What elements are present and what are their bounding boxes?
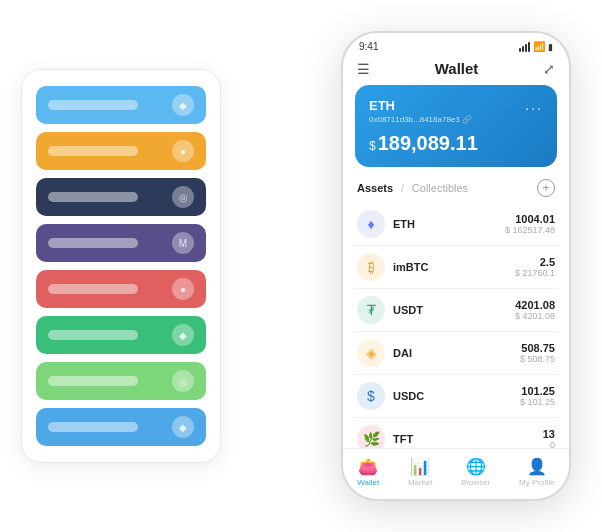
tab-assets[interactable]: Assets (357, 182, 393, 194)
wallet-icon: 👛 (358, 457, 378, 476)
asset-amount-main: 508.75 (520, 342, 555, 354)
asset-icon: $ (357, 382, 385, 410)
asset-row[interactable]: 🌿TFT130 (353, 418, 559, 448)
asset-amount-main: 101.25 (520, 385, 555, 397)
eth-address: 0x08711d3b...8418a78e3 🔗 (369, 115, 543, 124)
asset-amounts: 4201.08$ 4201.08 (515, 299, 555, 321)
asset-icon: 🌿 (357, 425, 385, 448)
asset-row[interactable]: ◈DAI508.75$ 508.75 (353, 332, 559, 375)
asset-amount-usd: $ 508.75 (520, 354, 555, 364)
eth-more-button[interactable]: ... (525, 97, 543, 113)
wallet-label: Wallet (357, 478, 379, 487)
scene: ◆●◎M●◆◎◆ 9:41 📶 ▮ ☰ Wallet ⤢ (21, 16, 581, 516)
browser-icon: 🌐 (466, 457, 486, 476)
asset-amount-main: 1004.01 (505, 213, 555, 225)
asset-icon: ₿ (357, 253, 385, 281)
nav-item-browser[interactable]: 🌐Browser (461, 457, 490, 487)
expand-icon[interactable]: ⤢ (543, 61, 555, 77)
battery-icon: ▮ (548, 42, 553, 52)
asset-icon: ◈ (357, 339, 385, 367)
asset-list: ♦ETH1004.01$ 162517.48₿imBTC2.5$ 21760.1… (343, 203, 569, 448)
eth-card-top: ETH ... (369, 97, 543, 113)
card-item[interactable]: ◆ (36, 86, 206, 124)
asset-icon: ₮ (357, 296, 385, 324)
asset-amount-main: 2.5 (515, 256, 555, 268)
asset-amounts: 101.25$ 101.25 (520, 385, 555, 407)
asset-row[interactable]: ₿imBTC2.5$ 21760.1 (353, 246, 559, 289)
status-icons: 📶 ▮ (519, 41, 553, 52)
asset-amounts: 130 (543, 428, 555, 448)
page-title: Wallet (435, 60, 479, 77)
card-stack: ◆●◎M●◆◎◆ (21, 69, 221, 463)
card-item[interactable]: ● (36, 132, 206, 170)
asset-amounts: 2.5$ 21760.1 (515, 256, 555, 278)
assets-tabs: Assets / Collectibles (357, 182, 468, 194)
eth-balance: $189,089.11 (369, 132, 543, 155)
asset-amount-usd: $ 4201.08 (515, 311, 555, 321)
asset-amount-main: 13 (543, 428, 555, 440)
asset-name: TFT (393, 433, 535, 445)
asset-amounts: 508.75$ 508.75 (520, 342, 555, 364)
market-label: Market (408, 478, 432, 487)
assets-header: Assets / Collectibles + (343, 175, 569, 203)
asset-amount-usd: $ 21760.1 (515, 268, 555, 278)
asset-name: imBTC (393, 261, 507, 273)
card-item[interactable]: ◆ (36, 408, 206, 446)
asset-name: DAI (393, 347, 512, 359)
asset-row[interactable]: $USDC101.25$ 101.25 (353, 375, 559, 418)
asset-name: ETH (393, 218, 497, 230)
asset-row[interactable]: ₮USDT4201.08$ 4201.08 (353, 289, 559, 332)
add-asset-button[interactable]: + (537, 179, 555, 197)
menu-icon[interactable]: ☰ (357, 61, 370, 77)
my-profile-icon: 👤 (527, 457, 547, 476)
asset-amount-usd: $ 101.25 (520, 397, 555, 407)
status-bar: 9:41 📶 ▮ (343, 33, 569, 56)
asset-icon: ♦ (357, 210, 385, 238)
asset-name: USDC (393, 390, 512, 402)
asset-name: USDT (393, 304, 507, 316)
nav-item-my-profile[interactable]: 👤My Profile (519, 457, 555, 487)
card-item[interactable]: ● (36, 270, 206, 308)
asset-amount-main: 4201.08 (515, 299, 555, 311)
tab-collectibles[interactable]: Collectibles (412, 182, 468, 194)
assets-divider: / (401, 183, 404, 194)
my-profile-label: My Profile (519, 478, 555, 487)
bottom-nav: 👛Wallet📊Market🌐Browser👤My Profile (343, 448, 569, 499)
asset-amount-usd: 0 (543, 440, 555, 448)
eth-label: ETH (369, 98, 395, 113)
phone-header: ☰ Wallet ⤢ (343, 56, 569, 85)
asset-amount-usd: $ 162517.48 (505, 225, 555, 235)
browser-label: Browser (461, 478, 490, 487)
status-time: 9:41 (359, 41, 378, 52)
nav-item-market[interactable]: 📊Market (408, 457, 432, 487)
card-item[interactable]: M (36, 224, 206, 262)
eth-card[interactable]: ETH ... 0x08711d3b...8418a78e3 🔗 $189,08… (355, 85, 557, 167)
card-item[interactable]: ◎ (36, 178, 206, 216)
market-icon: 📊 (410, 457, 430, 476)
asset-amounts: 1004.01$ 162517.48 (505, 213, 555, 235)
nav-item-wallet[interactable]: 👛Wallet (357, 457, 379, 487)
card-item[interactable]: ◆ (36, 316, 206, 354)
asset-row[interactable]: ♦ETH1004.01$ 162517.48 (353, 203, 559, 246)
signal-icon (519, 42, 530, 52)
wifi-icon: 📶 (533, 41, 545, 52)
phone-mockup: 9:41 📶 ▮ ☰ Wallet ⤢ ETH ... (341, 31, 571, 501)
card-item[interactable]: ◎ (36, 362, 206, 400)
